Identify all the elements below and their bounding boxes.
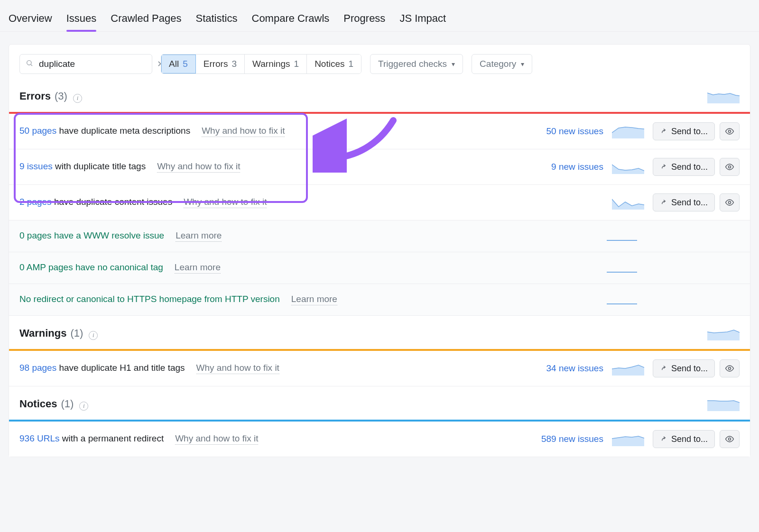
fix-link[interactable]: Why and how to fix it [202,126,285,137]
svg-point-3 [729,166,731,168]
issue-message: 936 URLs with a permanent redirect [19,433,164,444]
issue-count-link[interactable]: 936 URLs [19,433,60,443]
issue-count-link[interactable]: 2 pages [19,197,52,207]
type-filter-group: All 5 Errors 3 Warnings 1 Notices 1 [161,54,361,74]
issues-panel: ✕ All 5 Errors 3 Warnings 1 Notices 1 Tr… [9,44,750,457]
issue-row: 98 pages have duplicate H1 and title tag… [9,351,750,386]
triggered-checks-dropdown[interactable]: Triggered checks ▾ [370,54,463,74]
issue-count-link[interactable]: 50 pages [19,126,56,136]
section-title: Notices [19,398,57,410]
svg-point-2 [729,130,731,133]
eye-icon [725,127,734,136]
share-arrow-icon [660,365,667,372]
fix-link[interactable]: Why and how to fix it [196,363,279,374]
section-sparkline [707,89,740,103]
filter-errors[interactable]: Errors 3 [196,55,245,73]
chevron-down-icon: ▾ [521,60,524,68]
warnings-section-header: Warnings (1) i [9,316,750,349]
new-issues-link[interactable]: 34 new issues [523,363,603,374]
filter-notices[interactable]: Notices 1 [307,55,361,73]
fix-link[interactable]: Why and how to fix it [175,433,258,445]
svg-line-1 [31,64,32,66]
send-to-label: Send to... [671,434,708,444]
new-issues-link[interactable]: 9 new issues [523,162,603,172]
svg-point-4 [729,202,731,204]
tab-issues[interactable]: Issues [66,6,97,31]
svg-point-9 [729,438,731,440]
section-sparkline [707,397,740,411]
row-sparkline [612,361,644,376]
errors-rows-wrap: 50 pages have duplicate meta description… [9,114,750,316]
info-icon[interactable]: i [73,94,82,103]
issue-row-muted: No redirect or canonical to HTTPS homepa… [9,284,750,316]
share-arrow-icon [660,199,667,206]
send-to-label: Send to... [671,127,708,137]
view-button[interactable] [720,122,740,140]
filter-warnings[interactable]: Warnings 1 [245,55,307,73]
eye-icon [725,198,734,207]
section-count: (1) [61,398,74,410]
send-to-button[interactable]: Send to... [653,359,715,377]
tab-js-impact[interactable]: JS Impact [399,6,446,31]
errors-section-header: Errors (3) i [9,79,750,112]
search-box[interactable]: ✕ [19,54,152,74]
issue-row: 50 pages have duplicate meta description… [9,114,750,149]
search-input[interactable] [38,58,152,70]
send-to-label: Send to... [671,198,708,208]
issue-message: 0 pages have a WWW resolve issue [19,230,164,241]
dropdown-label: Triggered checks [378,59,447,69]
filter-label: Notices [315,59,344,69]
share-arrow-icon [660,128,667,135]
section-sparkline [707,326,740,340]
category-dropdown[interactable]: Category ▾ [472,54,532,74]
learn-more-link[interactable]: Learn more [291,294,337,305]
tab-progress[interactable]: Progress [343,6,385,31]
send-to-label: Send to... [671,162,708,172]
filter-label: Errors [204,59,228,69]
row-sparkline [612,124,644,138]
send-to-button[interactable]: Send to... [653,193,715,211]
view-button[interactable] [720,430,740,448]
send-to-button[interactable]: Send to... [653,158,715,176]
issue-count-link[interactable]: 9 issues [19,161,53,171]
issue-row: 9 issues with duplicate title tags Why a… [9,149,750,185]
issue-message: 0 AMP pages have no canonical tag [19,262,163,273]
issue-message: 9 issues with duplicate title tags [19,161,146,172]
section-count: (1) [70,327,83,339]
new-issues-link[interactable]: 589 new issues [523,434,603,444]
send-to-button[interactable]: Send to... [653,430,715,448]
filter-count: 5 [183,59,188,69]
filter-count: 1 [294,59,299,69]
tab-compare-crawls[interactable]: Compare Crawls [252,6,330,31]
chevron-down-icon: ▾ [452,60,455,68]
filter-all[interactable]: All 5 [161,55,196,73]
share-arrow-icon [660,163,667,171]
new-issues-link[interactable]: 50 new issues [523,126,603,137]
row-sparkline [612,432,644,446]
tab-crawled-pages[interactable]: Crawled Pages [111,6,181,31]
section-count: (3) [55,90,67,102]
send-to-button[interactable]: Send to... [653,122,715,140]
info-icon[interactable]: i [89,331,98,340]
fix-link[interactable]: Why and how to fix it [184,197,267,208]
filter-label: Warnings [252,59,290,69]
tab-statistics[interactable]: Statistics [195,6,237,31]
issue-message: 98 pages have duplicate H1 and title tag… [19,363,185,373]
filter-count: 3 [231,59,237,69]
section-title: Errors [19,90,51,102]
fix-link[interactable]: Why and how to fix it [157,161,240,173]
eye-icon [725,364,734,373]
section-title: Warnings [19,327,66,339]
issue-count-link[interactable]: 98 pages [19,363,56,373]
info-icon[interactable]: i [79,402,88,411]
tab-overview[interactable]: Overview [9,6,52,31]
learn-more-link[interactable]: Learn more [176,230,222,242]
row-sparkline [606,293,638,307]
learn-more-link[interactable]: Learn more [175,262,221,274]
view-button[interactable] [720,193,740,211]
svg-point-8 [729,367,731,370]
view-button[interactable] [720,359,740,377]
view-button[interactable] [720,158,740,176]
issue-message: No redirect or canonical to HTTPS homepa… [19,294,280,304]
issue-row-muted: 0 AMP pages have no canonical tag Learn … [9,252,750,284]
